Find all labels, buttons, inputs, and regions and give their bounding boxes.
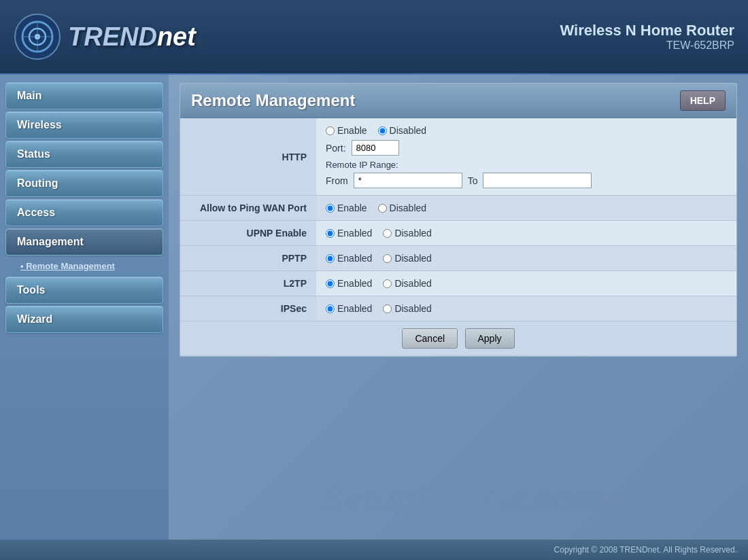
sidebar-subitem-remote-management[interactable]: • Remote Management bbox=[14, 258, 163, 275]
http-enable-radio[interactable] bbox=[326, 126, 335, 135]
trendnet-logo-icon bbox=[14, 13, 61, 60]
pptp-enabled-radio[interactable] bbox=[326, 254, 335, 263]
sidebar-item-tools[interactable]: Tools bbox=[5, 277, 163, 304]
ipsec-radio-group: Enabled Disabled bbox=[326, 303, 727, 314]
ping-row: Allow to Ping WAN Port Enable Disabled bbox=[180, 196, 736, 221]
ip-range-label: Remote IP Range: bbox=[326, 160, 727, 170]
buttons-area: Cancel Apply bbox=[180, 321, 736, 356]
pptp-label: PPTP bbox=[180, 246, 316, 271]
pptp-radio-group: Enabled Disabled bbox=[326, 253, 727, 264]
buttons-row: Cancel Apply bbox=[180, 321, 736, 356]
footer-text: Copyright © 2008 TRENDnet. All Rights Re… bbox=[554, 545, 737, 555]
upnp-disabled-label[interactable]: Disabled bbox=[383, 228, 431, 239]
sidebar-item-management[interactable]: Management bbox=[5, 228, 163, 256]
product-name: Wireless N Home Router bbox=[560, 22, 734, 39]
sidebar-item-access[interactable]: Access bbox=[5, 199, 163, 226]
ipsec-enabled-radio[interactable] bbox=[326, 304, 335, 313]
content-area: Remote Management HELP HTTP Enable bbox=[169, 75, 748, 540]
ping-label: Allow to Ping WAN Port bbox=[180, 196, 316, 221]
sidebar-item-wireless[interactable]: Wireless bbox=[5, 111, 163, 139]
content-header: Remote Management HELP bbox=[180, 84, 736, 118]
ping-disabled-radio[interactable] bbox=[378, 204, 387, 213]
l2tp-disabled-radio[interactable] bbox=[383, 279, 392, 288]
ping-value: Enable Disabled bbox=[316, 196, 736, 221]
http-disabled-label[interactable]: Disabled bbox=[378, 125, 426, 136]
content-box: Remote Management HELP HTTP Enable bbox=[180, 83, 737, 357]
http-label: HTTP bbox=[180, 118, 316, 196]
port-input[interactable] bbox=[352, 140, 399, 156]
l2tp-radio-group: Enabled Disabled bbox=[326, 278, 727, 289]
http-value: Enable Disabled Port: Remot bbox=[316, 118, 736, 196]
sidebar-item-routing[interactable]: Routing bbox=[5, 170, 163, 197]
ipsec-disabled-radio[interactable] bbox=[383, 304, 392, 313]
l2tp-enabled-label[interactable]: Enabled bbox=[326, 278, 372, 289]
ping-disabled-label[interactable]: Disabled bbox=[378, 203, 426, 213]
ipsec-enabled-label[interactable]: Enabled bbox=[326, 303, 372, 314]
form-table: HTTP Enable Disabled bbox=[180, 118, 736, 356]
sidebar-item-wizard[interactable]: Wizard bbox=[5, 306, 163, 333]
ip-range: Remote IP Range: From To bbox=[326, 160, 727, 188]
ipsec-disabled-label[interactable]: Disabled bbox=[383, 303, 431, 314]
upnp-label: UPNP Enable bbox=[180, 221, 316, 246]
cancel-button[interactable]: Cancel bbox=[402, 328, 458, 349]
pptp-disabled-label[interactable]: Disabled bbox=[383, 253, 431, 264]
http-radio-group: Enable Disabled bbox=[326, 125, 727, 136]
sidebar-item-main[interactable]: Main bbox=[5, 82, 163, 109]
sidebar-item-status[interactable]: Status bbox=[5, 141, 163, 168]
apply-button[interactable]: Apply bbox=[465, 328, 515, 349]
logo-area: TRENDnet bbox=[14, 13, 196, 60]
pptp-disabled-radio[interactable] bbox=[383, 254, 392, 263]
ipsec-label: IPSec bbox=[180, 296, 316, 321]
upnp-value: Enabled Disabled bbox=[316, 221, 736, 246]
pptp-row: PPTP Enabled Disabled bbox=[180, 246, 736, 271]
from-input[interactable] bbox=[354, 173, 462, 188]
http-enable-label[interactable]: Enable bbox=[326, 125, 367, 136]
header: TRENDnet Wireless N Home Router TEW-652B… bbox=[0, 0, 748, 75]
main-layout: Main Wireless Status Routing Access Mana… bbox=[0, 75, 748, 540]
ip-range-row: From To bbox=[326, 173, 727, 188]
upnp-disabled-radio[interactable] bbox=[383, 229, 392, 238]
ipsec-row: IPSec Enabled Disabled bbox=[180, 296, 736, 321]
upnp-enabled-radio[interactable] bbox=[326, 229, 335, 238]
l2tp-label: L2TP bbox=[180, 271, 316, 296]
product-info: Wireless N Home Router TEW-652BRP bbox=[560, 22, 734, 52]
logo-text: TRENDnet bbox=[68, 22, 196, 52]
footer: Copyright © 2008 TRENDnet. All Rights Re… bbox=[0, 540, 748, 560]
page-title: Remote Management bbox=[191, 91, 355, 110]
l2tp-disabled-label[interactable]: Disabled bbox=[383, 278, 431, 289]
pptp-value: Enabled Disabled bbox=[316, 246, 736, 271]
ipsec-value: Enabled Disabled bbox=[316, 296, 736, 321]
http-row: HTTP Enable Disabled bbox=[180, 118, 736, 196]
from-label: From bbox=[326, 175, 348, 186]
help-button[interactable]: HELP bbox=[680, 90, 726, 111]
product-model: TEW-652BRP bbox=[560, 39, 734, 52]
l2tp-value: Enabled Disabled bbox=[316, 271, 736, 296]
to-label: To bbox=[468, 175, 478, 186]
ping-enable-radio[interactable] bbox=[326, 204, 335, 213]
upnp-radio-group: Enabled Disabled bbox=[326, 228, 727, 239]
http-disabled-radio[interactable] bbox=[378, 126, 387, 135]
ping-radio-group: Enable Disabled bbox=[326, 203, 727, 213]
sidebar: Main Wireless Status Routing Access Mana… bbox=[0, 75, 169, 540]
upnp-enabled-label[interactable]: Enabled bbox=[326, 228, 372, 239]
l2tp-enabled-radio[interactable] bbox=[326, 279, 335, 288]
ping-enable-label[interactable]: Enable bbox=[326, 203, 367, 213]
port-row: Port: bbox=[326, 140, 727, 156]
pptp-enabled-label[interactable]: Enabled bbox=[326, 253, 372, 264]
to-input[interactable] bbox=[483, 173, 592, 188]
port-label: Port: bbox=[326, 143, 346, 154]
l2tp-row: L2TP Enabled Disabled bbox=[180, 271, 736, 296]
upnp-row: UPNP Enable Enabled Disabled bbox=[180, 221, 736, 246]
